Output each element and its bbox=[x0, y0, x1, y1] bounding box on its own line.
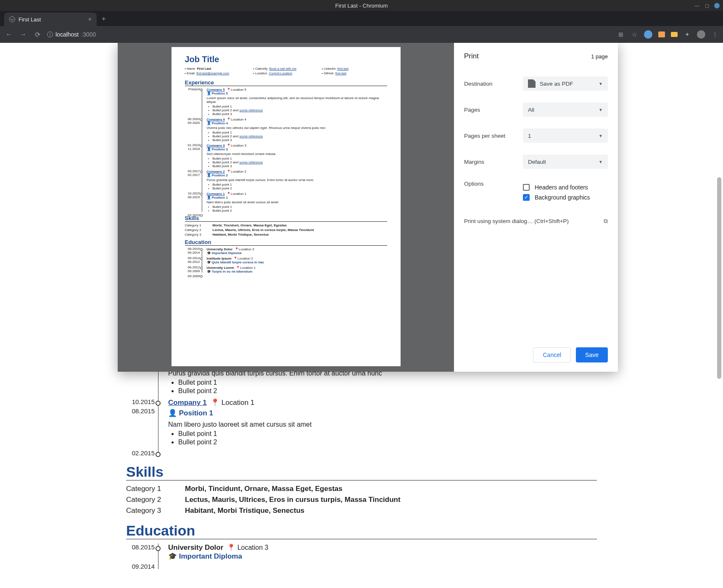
browser-tab[interactable]: First Last × bbox=[4, 13, 97, 26]
extension-yellow-icon[interactable] bbox=[671, 32, 678, 37]
tab-title: First Last bbox=[18, 16, 41, 23]
close-tab-icon[interactable]: × bbox=[88, 16, 92, 23]
label-pages-per-sheet: Pages per sheet bbox=[464, 133, 523, 139]
close-window-icon[interactable] bbox=[714, 3, 720, 8]
back-button[interactable]: ← bbox=[4, 31, 13, 38]
chevron-down-icon: ▼ bbox=[599, 134, 603, 138]
pv-experience-entry: 06.2020 05.2020 Company 4 📍Location 4 👤 … bbox=[207, 118, 387, 142]
pv-skill-row: Category 2Lectus, Mauris, Ultrices, Eros… bbox=[185, 228, 387, 232]
bookmark-star-icon[interactable]: ☆ bbox=[631, 31, 638, 38]
print-title: Print bbox=[464, 52, 479, 60]
pv-experience-entry: 01.2019 11.2018 Company 3 📍Location 3 👤 … bbox=[207, 144, 387, 168]
browser-toolbar: ← → ⟳ i localhost:3000 ⊞ ☆ ✦ ⋮ bbox=[0, 26, 723, 43]
pages-per-sheet-select[interactable]: 1 ▼ bbox=[523, 129, 608, 143]
pdf-file-icon bbox=[528, 79, 536, 88]
print-settings-pane: Print 1 page Destination Save as PDF ▼ P… bbox=[454, 43, 618, 372]
print-preview-pane: Job Title ▪ Name First Last ▪ Calendly B… bbox=[118, 43, 454, 372]
label-pages: Pages bbox=[464, 107, 523, 113]
save-button[interactable]: Save bbox=[576, 347, 608, 362]
pv-education-entry: 09.2014 06.2012 Institude Ipsum 📍Locatio… bbox=[207, 257, 387, 264]
profile-avatar-icon[interactable] bbox=[697, 30, 705, 39]
margins-select[interactable]: Default ▼ bbox=[523, 155, 608, 169]
window-titlebar: First Last - Chromium — ▢ bbox=[0, 0, 723, 11]
pv-education-entry: 08.2015 09.2014 University Dolor 📍Locati… bbox=[207, 247, 387, 255]
page-viewport: Purus gravida quis blandit turpis cursus… bbox=[0, 43, 723, 588]
site-info-icon[interactable]: i bbox=[47, 32, 53, 37]
react-devtools-icon[interactable] bbox=[644, 30, 652, 39]
window-title: First Last - Chromium bbox=[335, 3, 388, 9]
pv-experience-timeline: Present Company 5 📍Location 5 👤 Position… bbox=[185, 88, 387, 213]
print-dialog: Job Title ▪ Name First Last ▪ Calendly B… bbox=[118, 43, 618, 372]
label-margins: Margins bbox=[464, 159, 523, 165]
chevron-down-icon: ▼ bbox=[599, 108, 603, 112]
qr-icon[interactable]: ⊞ bbox=[617, 31, 625, 38]
pv-experience-entry: Present Company 5 📍Location 5 👤 Position… bbox=[207, 88, 387, 116]
pv-skill-row: Category 3Habitant, Morbi Tristique, Sen… bbox=[185, 233, 387, 236]
pv-experience-entry: 10.2015 08.2015 Company 1 📍Location 1 👤 … bbox=[207, 192, 387, 213]
forward-button[interactable]: → bbox=[18, 31, 28, 38]
pv-education-entry: 06.2012 09.2009 University Lorem 📍Locati… bbox=[207, 266, 387, 273]
pv-education-timeline: 08.2015 09.2014 University Dolor 📍Locati… bbox=[185, 247, 387, 273]
background-graphics-checkbox[interactable]: ✓ bbox=[523, 194, 530, 201]
chevron-down-icon: ▼ bbox=[599, 160, 603, 164]
pages-select[interactable]: All ▼ bbox=[523, 102, 608, 117]
system-dialog-link[interactable]: Print using system dialog… (Ctrl+Shift+P… bbox=[464, 218, 569, 224]
open-external-icon[interactable]: ⧉ bbox=[604, 218, 608, 225]
pv-job-title: Job Title bbox=[185, 55, 387, 64]
tab-strip: First Last × + bbox=[0, 11, 723, 26]
label-options: Options bbox=[464, 181, 523, 187]
headers-footers-label: Headers and footers bbox=[535, 184, 588, 191]
url-host: localhost bbox=[55, 31, 79, 38]
cancel-button[interactable]: Cancel bbox=[533, 347, 571, 362]
maximize-icon[interactable]: ▢ bbox=[704, 3, 710, 8]
reload-button[interactable]: ⟳ bbox=[33, 31, 42, 39]
globe-icon bbox=[9, 16, 15, 22]
new-tab-button[interactable]: + bbox=[97, 12, 111, 26]
extension-orange-icon[interactable] bbox=[658, 32, 665, 37]
background-graphics-label: Background graphics bbox=[535, 194, 590, 201]
print-page-count: 1 page bbox=[591, 53, 608, 60]
pv-experience-entry: 03.2017 02.2017 Company 2 📍Location 2 👤 … bbox=[207, 170, 387, 190]
destination-select[interactable]: Save as PDF ▼ bbox=[523, 76, 608, 91]
label-destination: Destination bbox=[464, 81, 523, 87]
kebab-menu-icon[interactable]: ⋮ bbox=[711, 31, 719, 38]
chevron-down-icon: ▼ bbox=[599, 81, 603, 86]
extensions-puzzle-icon[interactable]: ✦ bbox=[683, 31, 691, 38]
headers-footers-checkbox[interactable] bbox=[523, 184, 530, 191]
url-path: :3000 bbox=[81, 31, 96, 38]
print-preview-page: Job Title ▪ Name First Last ▪ Calendly B… bbox=[172, 47, 401, 366]
url-bar[interactable]: i localhost:3000 bbox=[47, 31, 96, 38]
minimize-icon[interactable]: — bbox=[694, 3, 700, 8]
pv-skill-row: Category 1Morbi, Tincidunt, Ornare, Mass… bbox=[185, 223, 387, 227]
